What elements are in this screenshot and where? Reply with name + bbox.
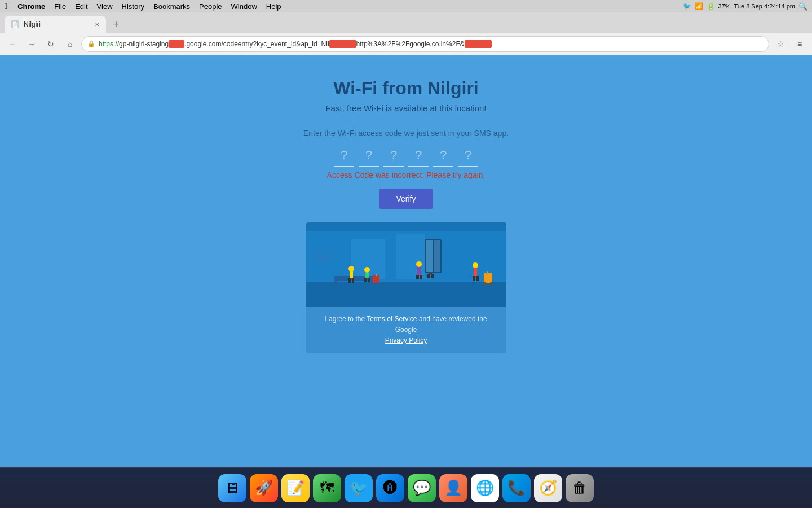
wifi-menubar-icon: 📶 [695, 2, 703, 10]
url-redacted-3 [465, 40, 492, 48]
chrome-toolbar: ← → ↻ ⌂ 🔒 https://gp-nilgiri-staging .go… [0, 33, 812, 55]
terms-before: I agree to the [325, 315, 367, 323]
menubar-status: 🐦 📶 🔋 37% Tue 8 Sep 4:24:14 pm 🔍 [683, 2, 807, 11]
menu-file[interactable]: File [54, 2, 66, 11]
svg-rect-15 [373, 275, 379, 283]
terms-of-service-link[interactable]: Terms of Service [367, 315, 417, 323]
twitter-menubar-icon: 🐦 [683, 2, 691, 10]
tab-title: Nilgiri [24, 20, 41, 28]
back-button[interactable]: ← [5, 36, 20, 52]
ssl-lock-icon: 🔒 [87, 40, 95, 47]
svg-rect-33 [487, 271, 488, 274]
svg-rect-29 [474, 268, 477, 276]
battery-percent: 37% [718, 3, 731, 10]
home-button[interactable]: ⌂ [62, 36, 78, 52]
svg-point-11 [364, 267, 370, 273]
new-tab-button[interactable]: + [108, 17, 124, 31]
dock-maps[interactable]: 🗺 [313, 474, 341, 502]
terms-area: I agree to the Terms of Service and have… [306, 307, 506, 353]
chrome-window: 📄 Nilgiri ✕ + ← → ↻ ⌂ 🔒 https://gp-nilgi… [0, 12, 812, 508]
svg-rect-24 [431, 274, 434, 278]
svg-point-17 [416, 261, 422, 267]
svg-rect-37 [312, 257, 332, 261]
menu-bookmarks[interactable]: Bookmarks [153, 2, 190, 11]
menu-edit[interactable]: Edit [75, 2, 87, 11]
battery-menubar-icon: 🔋 [707, 2, 715, 10]
svg-point-34 [483, 282, 487, 286]
dock-launchpad[interactable]: 🚀 [250, 474, 278, 502]
tab-close-button[interactable]: ✕ [92, 20, 102, 29]
forward-button[interactable]: → [24, 36, 39, 52]
wifi-instruction: Enter the Wi-Fi access code we just sent… [303, 129, 509, 138]
menu-chrome[interactable]: Chrome [17, 2, 45, 11]
search-menubar-icon[interactable]: 🔍 [798, 2, 807, 11]
chrome-menu-button[interactable]: ≡ [792, 36, 807, 52]
otp-container [334, 144, 478, 167]
svg-rect-30 [473, 276, 475, 281]
mac-dock: 🖥 🚀 📝 🗺 🐦 🅐 💬 👤 🌐 📞 🧭 🗑 [0, 467, 812, 508]
dock-contacts[interactable]: 👤 [439, 474, 467, 502]
apple-menu[interactable]:  [5, 2, 7, 11]
dock-notes[interactable]: 📝 [281, 474, 310, 502]
illustration-svg [306, 222, 506, 307]
svg-rect-23 [427, 274, 430, 278]
url-redacted-1 [169, 40, 184, 48]
illustration-area [306, 222, 506, 307]
svg-rect-36 [312, 251, 332, 254]
menu-view[interactable]: View [97, 2, 113, 11]
otp-box-6[interactable] [458, 144, 478, 167]
svg-rect-31 [476, 276, 479, 281]
dock-safari[interactable]: 🧭 [534, 474, 562, 502]
svg-rect-5 [334, 281, 337, 286]
page-title: Wi-Fi from Nilgiri [333, 78, 478, 99]
url-redacted-2 [329, 40, 356, 48]
svg-rect-20 [420, 275, 422, 279]
bookmark-star-button[interactable]: ☆ [773, 36, 788, 52]
menu-people[interactable]: People [199, 2, 222, 11]
svg-rect-9 [348, 278, 351, 283]
svg-rect-8 [350, 271, 353, 278]
page-subtitle: Fast, free Wi-Fi is available at this lo… [325, 103, 486, 113]
svg-rect-16 [376, 274, 377, 276]
privacy-policy-link[interactable]: Privacy Policy [385, 336, 427, 344]
url-https: https:// [99, 40, 119, 48]
svg-rect-14 [368, 278, 370, 282]
svg-rect-26 [426, 240, 433, 272]
mac-menubar:  Chrome File Edit View History Bookmark… [0, 0, 812, 12]
reload-button[interactable]: ↻ [43, 36, 59, 52]
svg-point-7 [348, 266, 354, 271]
svg-rect-32 [484, 273, 492, 283]
otp-box-5[interactable] [433, 144, 453, 167]
svg-rect-27 [434, 240, 440, 272]
otp-box-2[interactable] [359, 144, 379, 167]
error-message: Access Code was incorrect. Please try ag… [327, 170, 486, 179]
dock-skype[interactable]: 📞 [502, 474, 531, 502]
svg-rect-13 [364, 278, 367, 282]
svg-rect-38 [306, 222, 506, 231]
dock-finder[interactable]: 🖥 [218, 474, 246, 502]
otp-box-3[interactable] [383, 144, 404, 167]
svg-rect-18 [417, 267, 421, 275]
dock-twitter[interactable]: 🐦 [345, 474, 373, 502]
chrome-tabbar: 📄 Nilgiri ✕ + [0, 12, 812, 33]
address-bar[interactable]: 🔒 https://gp-nilgiri-staging .google.com… [81, 36, 769, 52]
illustration-card: I agree to the Terms of Service and have… [306, 222, 506, 353]
menu-history[interactable]: History [122, 2, 144, 11]
menu-window[interactable]: Window [231, 2, 257, 11]
dock-trash[interactable]: 🗑 [566, 474, 594, 502]
svg-rect-12 [365, 273, 369, 278]
verify-button[interactable]: Verify [379, 189, 433, 209]
page-content: Wi-Fi from Nilgiri Fast, free Wi-Fi is a… [0, 55, 812, 508]
dock-chrome[interactable]: 🌐 [471, 474, 499, 502]
menu-help[interactable]: Help [266, 2, 281, 11]
active-tab[interactable]: 📄 Nilgiri ✕ [5, 16, 106, 33]
otp-box-1[interactable] [334, 144, 354, 167]
tab-favicon: 📄 [11, 20, 19, 28]
svg-point-28 [473, 262, 478, 268]
dock-appstore[interactable]: 🅐 [376, 474, 404, 502]
svg-rect-19 [416, 275, 419, 279]
svg-point-35 [489, 282, 493, 286]
otp-box-4[interactable] [408, 144, 429, 167]
url-display: https://gp-nilgiri-staging .google.com/c… [99, 40, 763, 48]
dock-imessage[interactable]: 💬 [408, 474, 436, 502]
